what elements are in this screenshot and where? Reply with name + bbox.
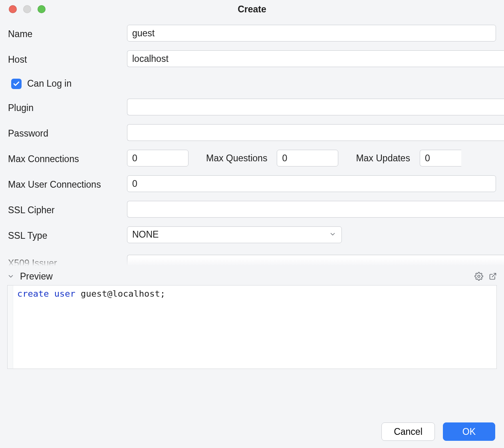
max-user-connections-label: Max User Connections [8,178,127,190]
can-login-checkbox[interactable] [11,79,22,89]
name-label: Name [8,27,127,40]
titlebar: Create [0,0,504,18]
x509-issuer-row: X509 Issuer [8,255,504,266]
max-connections-label: Max Connections [8,152,127,165]
cancel-button[interactable]: Cancel [381,422,435,441]
dialog-buttons: Cancel OK [381,422,495,441]
close-window-icon[interactable] [9,5,17,13]
x509-issuer-field[interactable] [127,255,504,266]
sql-keyword: create user [17,289,75,299]
plugin-field[interactable] [127,99,504,115]
preview-code: create user guest@localhost; [13,285,169,369]
host-field[interactable] [127,50,504,67]
can-login-label: Can Log in [27,78,71,89]
plugin-label: Plugin [8,101,127,113]
max-updates-label: Max Updates [356,153,410,164]
collapse-preview-toggle[interactable] [7,273,14,280]
password-field[interactable] [127,124,504,141]
max-user-connections-field[interactable] [127,175,496,192]
ssl-type-select[interactable]: NONE [127,226,342,243]
zoom-window-icon[interactable] [38,5,46,13]
svg-point-0 [478,275,480,278]
x509-issuer-label: X509 Issuer [8,258,127,266]
window-title: Create [0,4,504,15]
window-controls [0,5,46,13]
preview-code-area[interactable]: create user guest@localhost; [7,285,497,369]
max-questions-field[interactable] [277,150,338,167]
code-gutter [8,285,13,369]
gear-icon [474,272,483,281]
ssl-type-label: SSL Type [8,229,127,241]
check-icon [13,80,20,87]
host-label: Host [8,53,127,65]
chevron-down-icon [7,273,14,280]
max-connections-field[interactable] [127,150,189,167]
minimize-window-icon[interactable] [23,5,31,13]
ssl-cipher-field[interactable] [127,201,504,218]
preview-section: Preview create user guest@localhost; [0,268,504,369]
form-area: Name Host Can Log in Plugin Password Ma [0,18,504,266]
preview-label: Preview [20,271,53,282]
sql-body: guest@localhost; [75,289,165,299]
preview-settings-button[interactable] [474,272,483,281]
external-link-icon [489,272,497,280]
name-field[interactable] [127,25,496,42]
svg-line-1 [492,274,496,277]
ssl-cipher-label: SSL Cipher [8,203,127,216]
open-in-editor-button[interactable] [489,272,497,280]
ok-button[interactable]: OK [443,422,495,441]
max-updates-field[interactable] [420,150,461,167]
password-label: Password [8,127,127,139]
max-questions-label: Max Questions [206,153,267,164]
